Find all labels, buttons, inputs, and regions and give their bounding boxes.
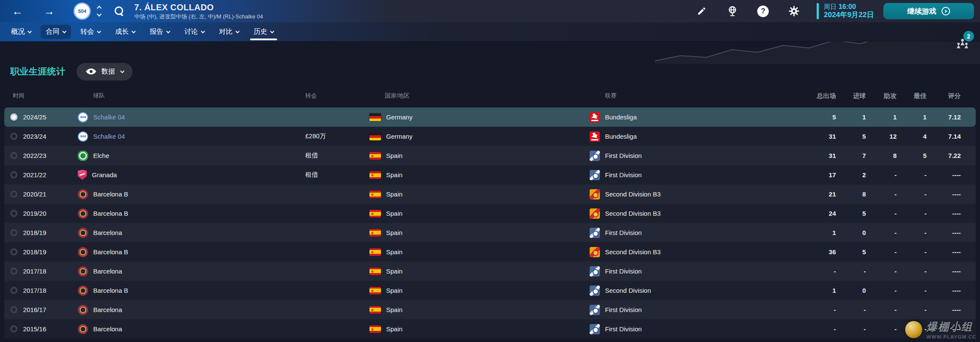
table-row[interactable]: 2024/25 Schalke 04 Germany Bundesliga 5 … [4,107,976,127]
tab-comparison[interactable]: 对比 [214,22,244,42]
team-name[interactable]: Barcelona B [93,210,128,217]
goals-cell: 7 [836,152,866,159]
table-row[interactable]: 2017/18 Barcelona B Spain Second Divisio… [4,281,976,300]
league-logo-bundesliga [590,131,600,142]
row-select-radio[interactable] [10,287,18,294]
team-name[interactable]: Schalke 04 [93,133,125,140]
edit-pencil-icon[interactable] [692,1,711,21]
league-name[interactable]: Second Division [605,287,651,294]
transfer-fee-cell: 租借 [305,171,369,179]
col-header-team[interactable]: 球队 [74,92,305,100]
back-button[interactable]: ← [8,6,27,17]
col-header-transfer[interactable]: 转会 [305,92,369,100]
table-row[interactable]: 2023/24 Schalke 04 £280万 Germany Bundesl… [4,127,976,146]
row-select-radio[interactable] [10,190,18,198]
team-name[interactable]: Schalke 04 [93,113,125,121]
world-globe-icon[interactable] [723,1,742,21]
team-name[interactable]: Barcelona [93,325,122,333]
club-badge-schalke[interactable]: S04 [74,3,91,20]
table-row[interactable]: 2016/17 Barcelona Spain First Division -… [4,300,976,319]
transfer-fee-cell: £280万 [305,132,369,140]
col-header-goals[interactable]: 进球 [836,92,866,100]
row-select-radio[interactable] [10,229,18,236]
col-header-best[interactable]: 最佳 [897,92,927,100]
row-select-radio[interactable] [10,248,18,256]
row-select-radio[interactable] [10,325,18,333]
season-cell: 2023/24 [23,133,74,140]
table-row[interactable]: 2020/21 Barcelona B Spain Second Divisio… [4,184,976,204]
league-name[interactable]: Bundesliga [605,133,637,140]
row-select-radio[interactable] [10,210,18,217]
table-row[interactable]: 2017/18 Barcelona Spain First Division -… [4,262,976,281]
league-name[interactable]: First Division [605,268,642,275]
league-name[interactable]: First Division [605,229,642,236]
row-select-radio[interactable] [10,133,18,140]
team-logo-barca [78,324,88,334]
tab-history[interactable]: 历史 [248,22,279,42]
col-header-country[interactable]: 国家/地区 [369,92,590,100]
row-select-radio[interactable] [10,171,18,178]
tab-contract[interactable]: 合同 [41,22,71,42]
chevron-up-icon [97,6,101,10]
league-name[interactable]: First Division [605,171,642,178]
flag-es [369,268,381,275]
club-switcher-chevrons[interactable] [96,5,103,18]
table-row[interactable]: 2021/22 Granada 租借 Spain First Division … [4,165,976,184]
col-header-time[interactable]: 时间 [4,92,74,100]
team-logo-barca [78,228,88,238]
col-header-assists[interactable]: 助攻 [866,92,897,100]
team-name[interactable]: Barcelona B [93,190,128,198]
help-icon[interactable]: ? [753,1,773,21]
team-name[interactable]: Barcelona [93,268,122,275]
row-select-radio[interactable] [10,268,18,275]
tab-development[interactable]: 成长 [110,22,140,42]
country-name: Germany [386,133,413,140]
chevron-down-icon [28,29,32,33]
tab-transfer[interactable]: 转会 [75,22,106,42]
tab-reports[interactable]: 报告 [145,22,175,42]
assists-cell: 1 [866,113,897,121]
best-cell: 5 [897,152,927,159]
col-header-league[interactable]: 联赛 [590,92,815,100]
forward-button[interactable]: → [39,6,59,17]
table-row[interactable]: 2018/19 Barcelona B Spain Second Divisio… [4,242,976,262]
flag-es [369,229,381,237]
best-cell: - [897,306,927,313]
search-icon[interactable] [114,6,125,17]
league-name[interactable]: First Division [605,306,642,313]
flag-es [369,325,381,333]
team-name[interactable]: Elche [93,152,109,159]
league-logo-esp2b [590,247,600,257]
table-row[interactable]: 2018/19 Barcelona Spain First Division 1… [4,223,976,242]
rating-cell: ---- [927,210,961,217]
league-name[interactable]: Bundesliga [605,113,637,121]
view-filter-button[interactable]: 数据 [77,63,133,80]
league-name[interactable]: First Division [605,325,642,333]
league-name[interactable]: Second Division B3 [605,248,661,256]
row-select-radio[interactable] [10,113,18,121]
league-logo-esp1 [590,228,600,238]
col-header-apps[interactable]: 总出场 [815,92,836,100]
league-name[interactable]: First Division [605,152,642,159]
col-header-rating[interactable]: 评分 [927,92,961,100]
row-select-radio[interactable] [10,306,18,313]
team-name[interactable]: Barcelona B [93,287,128,294]
table-row[interactable]: 2019/20 Barcelona B Spain Second Divisio… [4,204,976,223]
table-row[interactable]: 2022/23 Elche 租借 Spain First Division 31… [4,146,976,165]
settings-gear-icon[interactable] [784,1,804,21]
apps-cell: 5 [815,113,836,121]
tab-discussion[interactable]: 讨论 [179,22,210,42]
tab-overview[interactable]: 概况 [6,22,36,42]
team-name[interactable]: Granada [92,171,117,178]
apps-cell: 1 [815,229,836,236]
league-name[interactable]: Second Division B3 [605,210,661,217]
league-name[interactable]: Second Division B3 [605,190,661,198]
clock-date: 2024年9月22日 [824,11,874,19]
team-name[interactable]: Barcelona [93,229,122,236]
row-select-radio[interactable] [10,152,18,159]
team-name[interactable]: Barcelona [93,306,122,313]
table-row[interactable]: 2015/16 Barcelona Spain First Division -… [4,319,976,339]
team-name[interactable]: Barcelona B [93,248,128,256]
continue-button[interactable]: 继续游戏 [883,3,974,19]
social-feed-icon[interactable]: 2 [955,38,970,51]
